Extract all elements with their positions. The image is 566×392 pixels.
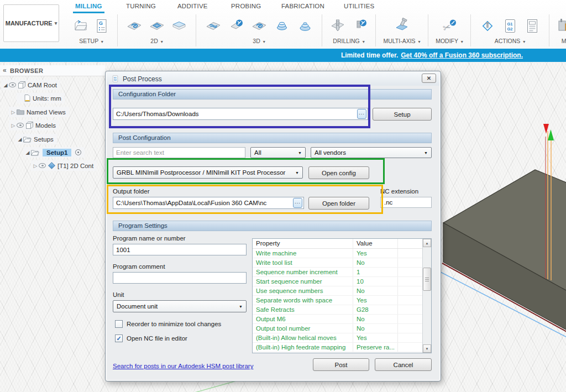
table-row[interactable]: Separate words with spaceYes [253,296,431,305]
3d-spiral-icon[interactable] [297,18,313,34]
model-viewport[interactable]: « BROWSER ◢CAM RootUnits: mm▷Named Views… [0,62,566,392]
tree-collapsed-icon[interactable]: ▷ [10,109,17,115]
table-row[interactable]: Start sequence number10 [253,277,431,286]
post-process-icon[interactable]: G1G2 [502,18,518,34]
table-row[interactable]: Write tool listNo [253,258,431,268]
group-label-setup[interactable]: SETUP ▾ [65,38,117,46]
tree-expanded-icon[interactable]: ◢ [17,137,23,142]
value-cell[interactable]: G28 [353,305,398,314]
value-cell[interactable]: Yes [353,249,398,258]
thread-icon[interactable] [352,18,368,34]
post-processor-select[interactable]: GRBL MINImill Postprocessor / MINImill K… [113,166,303,179]
value-cell[interactable]: Preserve ra... [353,343,398,352]
tree-item-t1-2d-cont[interactable]: ▷[T1] 2D Cont [31,160,97,171]
output-browse-button[interactable]: ... [293,198,302,208]
active-setup-icon[interactable] [75,149,81,155]
reorder-checkbox[interactable] [115,320,123,328]
tree-item-setups[interactable]: ◢Setups [15,134,57,144]
tree-collapsed-icon[interactable]: ▷ [10,123,17,128]
tab-additive[interactable]: ADDITIVE [175,1,210,12]
output-folder-input[interactable] [113,197,304,209]
scroll-down-button[interactable]: ▼ [423,344,431,353]
multi-axis-icon[interactable] [394,18,410,34]
value-cell[interactable]: Yes [353,296,398,305]
3d-parallel-icon[interactable] [274,18,290,34]
table-row[interactable]: Safe RetractsG28 [253,305,431,315]
2d-pocket-icon[interactable] [149,18,165,34]
tab-fabrication[interactable]: FABRICATION [279,1,327,12]
post-button[interactable]: Post [313,358,369,371]
machine-icon[interactable] [558,18,566,34]
configuration-folder-input[interactable] [113,108,368,120]
simulate-icon[interactable] [479,18,496,34]
group-label-modify[interactable]: MODIFY ▾ [428,38,470,46]
setup-button[interactable]: Setup [373,108,432,121]
table-row[interactable]: (Built-in) High feedrate mappingPreserve… [253,343,431,352]
group-label-drilling[interactable]: DRILLING ▾ [322,38,375,46]
group-label-multi-axis[interactable]: MULTI-AXIS ▾ [376,38,428,46]
tree-item-cam-root[interactable]: ◢CAM Root [1,80,60,90]
3d-steep-shallow-icon[interactable] [205,18,222,34]
post-search-input[interactable] [113,147,245,158]
setup-sheet-icon[interactable] [524,18,541,34]
tree-expanded-icon[interactable]: ◢ [2,82,9,88]
tree-expanded-icon[interactable]: ◢ [24,150,31,155]
dialog-titlebar[interactable]: G1G2 Post Process [107,72,439,86]
value-cell[interactable]: No [353,324,398,333]
table-row[interactable]: Sequence number increment1 [253,268,431,277]
program-name-input[interactable] [113,244,247,255]
eye-icon[interactable] [9,82,16,87]
modify-icon[interactable]: ✂ [441,18,458,34]
table-scrollbar[interactable]: ▲ ▼ [422,239,431,353]
unit-select[interactable]: Document unit ▼ [113,300,247,312]
table-row[interactable]: Output M6No [253,315,431,324]
nc-program-icon[interactable]: G [93,18,110,34]
cancel-button[interactable]: Cancel [375,358,432,371]
value-cell[interactable]: No [353,258,398,267]
vendor-filter-select[interactable]: All vendors ▼ [311,147,432,158]
group-label-3d[interactable]: 3D ▾ [196,38,322,46]
configuration-browse-button[interactable]: ... [357,109,366,119]
column-header-value[interactable]: Value [353,239,398,248]
value-cell[interactable]: 10 [353,277,398,286]
value-cell[interactable]: Yes [353,333,398,342]
scroll-up-button[interactable]: ▲ [423,239,431,247]
tree-item-named-views[interactable]: ▷Named Views [9,107,69,117]
tab-turning[interactable]: TURNING [124,1,158,12]
open-config-button[interactable]: Open config [308,166,369,179]
eye-icon[interactable] [17,123,24,128]
2d-adaptive-icon[interactable] [126,18,143,34]
group-label-actions[interactable]: ACTIONS ▾ [471,38,549,46]
drilling-icon[interactable] [329,18,346,34]
capability-filter-select[interactable]: All ▼ [250,147,306,158]
promo-link[interactable]: Get 40% off a Fusion 360 subscription. [401,51,523,59]
tree-item-units-mm[interactable]: Units: mm [17,93,65,103]
group-label-ma[interactable]: MA [549,38,566,46]
scrollbar-thumb[interactable] [423,268,431,291]
group-label-2d[interactable]: 2D ▾ [118,38,196,46]
nc-extension-field[interactable]: .nc [380,197,432,208]
3d-adaptive-clearing-icon[interactable] [251,18,268,34]
table-row[interactable]: Write machineYes [253,249,431,258]
eye-icon[interactable] [39,163,46,168]
value-cell[interactable]: No [353,315,398,323]
tab-probing[interactable]: PROBING [229,1,263,12]
tree-collapsed-icon[interactable]: ▷ [32,163,39,169]
table-row[interactable]: Use sequence numbersNo [253,286,431,296]
close-button[interactable]: ✕ [422,74,436,83]
tab-utilities[interactable]: UTILITIES [342,1,376,12]
program-comment-input[interactable] [113,272,247,284]
tree-item-setup1[interactable]: ◢Setup1 [23,147,85,158]
column-header-property[interactable]: Property [253,239,353,248]
3d-pocket-clearing-icon[interactable] [228,18,244,34]
post-library-link[interactable]: Search for posts in our Autodesk HSM pos… [113,363,253,369]
2d-face-icon[interactable] [171,18,187,34]
tree-item-models[interactable]: ▷Models [9,120,59,130]
collapse-panel-icon[interactable]: « [3,66,7,74]
open-folder-button[interactable]: Open folder [308,197,369,210]
new-setup-icon[interactable] [72,18,89,34]
value-cell[interactable]: 1 [353,268,398,276]
open-nc-file-checkbox[interactable]: ✓ [115,334,123,342]
tab-milling[interactable]: MILLING [73,1,104,13]
table-row[interactable]: (Built-in) Allow helical movesYes [253,333,431,343]
